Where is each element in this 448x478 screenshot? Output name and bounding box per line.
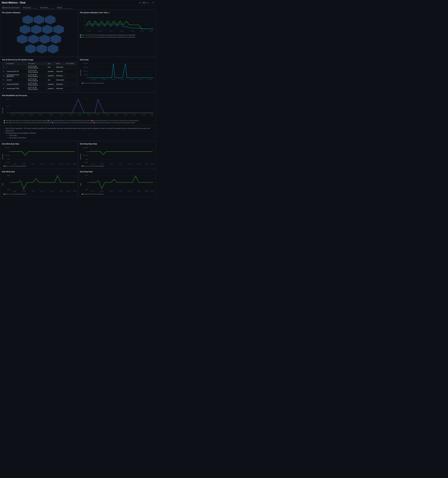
filter-deployment-environment[interactable]: deployment.environment * — [2, 6, 20, 9]
hex-row-1 — [23, 15, 56, 24]
drr-ylabel: Rate — [80, 183, 81, 186]
settings-icon[interactable]: ⌄ — [150, 2, 151, 4]
svg-text:13:14: 13:14 — [109, 30, 113, 32]
svg-text:13:06: 13:06 — [31, 163, 35, 164]
svg-text:13:06: 13:06 — [109, 190, 113, 192]
svg-text:13:10: 13:10 — [60, 114, 63, 115]
svg-text:-500 MB: -500 MB — [82, 154, 88, 156]
filter-icon[interactable]: ▼ — [152, 2, 154, 4]
dwr-svg: 200k 0 -200k 12:50 12:58 13:06 13:14 13:… — [4, 174, 76, 193]
top10-table: mountpoint host.name type device file_sy… — [2, 62, 76, 91]
svg-text:13:46: 13:46 — [151, 190, 154, 192]
svg-text:13:22: 13:22 — [50, 163, 53, 164]
disk-rw-title: Disk Read/Write by Processes — [2, 94, 154, 97]
filter-host-name[interactable]: host.name * — [40, 6, 55, 9]
drr-chart: 200k 0 -200k 12:50 12:58 13:06 13:14 13:… — [82, 174, 154, 195]
svg-text:13:30: 13:30 — [105, 114, 109, 115]
svg-text:12:58: 12:58 — [22, 190, 25, 192]
panel-disk-used: Disk Used Disk Used 200 GB 150 GB 100 GB… — [78, 57, 156, 93]
page-title: Host Metrics - Disk — [2, 1, 25, 4]
svg-text:100 GB: 100 GB — [83, 70, 88, 72]
hex-cell — [28, 35, 39, 44]
svg-text:13:46: 13:46 — [142, 114, 145, 115]
svg-text:12:58: 12:58 — [100, 163, 103, 164]
svg-text:13:38: 13:38 — [67, 163, 70, 164]
legend-dot-green — [80, 34, 81, 36]
filter-device[interactable]: device * — [57, 6, 72, 9]
filter-bar: deployment.environment * host.group * ho… — [0, 6, 156, 10]
svg-text:13:30: 13:30 — [137, 190, 140, 192]
disk-rw-chart: 4 GB 2 GB 0 B 12:50 12:54 12:58 13:02 13… — [4, 98, 154, 124]
note-item-1: Disk I/O Active Operations - This value … — [6, 127, 154, 132]
svg-text:13:30: 13:30 — [137, 163, 140, 164]
table-row: 6 /snap/snapd/17950 ip-172-31-95-39.ec2.… — [2, 86, 76, 91]
svg-text:12:50: 12:50 — [91, 163, 94, 164]
drr-svg: 200k 0 -200k 12:50 12:58 13:06 13:14 13:… — [82, 174, 154, 193]
legend-dot — [4, 194, 5, 195]
panel-fs-utilization: File System Utilization — [0, 10, 78, 57]
panel-disk-read-rate: Disk Read Rate Rate 200k 0 -200k 12:50 1… — [78, 169, 156, 197]
disk-write-byte-rate-title: Disk Write Byte Rate — [2, 143, 76, 145]
disk-rw-legend: read_bytes host.name=ip-172-31-95-39.ec2… — [4, 120, 154, 124]
refresh-icon[interactable]: ↻ — [147, 2, 149, 4]
svg-text:13:06: 13:06 — [109, 163, 113, 164]
svg-text:13:30: 13:30 — [130, 79, 133, 80]
col-device: device — [55, 62, 65, 65]
table-row: 1 / ip-172-31-95-39.ec2.internal ext4 /d… — [2, 65, 76, 69]
time-icon[interactable]: ⏱ — [139, 2, 141, 4]
hex-row-4 — [25, 44, 58, 53]
svg-text:13:14: 13:14 — [40, 190, 44, 192]
svg-text:13:14: 13:14 — [119, 163, 122, 164]
time-range[interactable]: -60m — [142, 2, 146, 4]
svg-text:13:42: 13:42 — [133, 114, 136, 115]
filter-host-group[interactable]: host.group * — [23, 6, 38, 9]
svg-text:13:06: 13:06 — [31, 190, 35, 192]
filter-label-deployment: deployment.environment — [2, 6, 19, 8]
svg-text:0 B: 0 B — [8, 151, 10, 152]
hex-cell — [39, 35, 50, 44]
disk-read-byte-rate-title: Disk Read Byte Rate — [80, 143, 154, 145]
fs-over-time-chart-wrapper: 1.5 1 0.5 0 12:58 13:06 13:14 13:22 13:3… — [80, 15, 154, 38]
hex-cell — [42, 25, 53, 34]
panel-disk-write-byte-rate: Disk Write Byte Rate Byte Rate 500 MB 0 … — [0, 141, 78, 169]
hex-cell — [53, 25, 64, 34]
panel-fs-over-time: File System Utilization Over Time ⚠ 1.5 … — [78, 10, 156, 57]
drbr-wrapper: Byte Rate 500 MB 0 B -500 MB -1 GB -1.5 … — [80, 146, 154, 167]
top-row: File System Utilization — [0, 10, 156, 57]
hex-cell — [50, 35, 61, 44]
svg-text:-500 MB: -500 MB — [5, 154, 10, 156]
legend-item-rw-5: read_bytes host.name=ip-172-31-95-39.ec2… — [52, 122, 93, 124]
legend-dot — [82, 166, 83, 167]
svg-text:0 B: 0 B — [86, 151, 88, 152]
table-row: 4 /boot/efi ip-172-31-95-39.ec2.internal… — [2, 78, 76, 82]
svg-text:12:50: 12:50 — [13, 163, 16, 164]
svg-text:13:46: 13:46 — [149, 30, 153, 32]
legend-dot — [48, 120, 49, 121]
dwbr-ylabel: Byte Rate — [2, 154, 3, 159]
svg-text:13:22: 13:22 — [128, 163, 131, 164]
hex-cell — [34, 15, 44, 24]
svg-text:12:54: 12:54 — [20, 114, 24, 115]
disk-write-rate-title: Disk Write Rate — [2, 171, 76, 173]
disk-used-svg: 200 GB 150 GB 100 GB 50 GB 0 B 12:58 13:… — [82, 62, 154, 82]
drbr-ylabel: Byte Rate — [80, 154, 81, 159]
header-controls: ⏱ -60m ↻ ⌄ ▼ — [139, 2, 154, 4]
legend-dot — [52, 122, 53, 123]
svg-text:13:22: 13:22 — [87, 114, 90, 115]
svg-text:1: 1 — [85, 20, 85, 22]
svg-text:50 GB: 50 GB — [84, 74, 88, 75]
svg-text:0 B: 0 B — [7, 112, 9, 114]
legend-item-rw-2: write_bytes host.name=ip-172-31-95-39.ec… — [48, 120, 91, 121]
note-sub-2: Active Disk I/O Operations — [9, 137, 154, 139]
disk-used-title: Disk Used — [80, 59, 154, 61]
legend-dot-cyan — [80, 37, 81, 38]
svg-text:0: 0 — [9, 182, 10, 183]
svg-text:13:14: 13:14 — [40, 163, 44, 164]
svg-text:13:14: 13:14 — [69, 114, 72, 115]
disk-used-wrapper: Disk Used 200 GB 150 GB 100 GB 50 GB 0 B… — [80, 62, 154, 84]
svg-text:500 MB: 500 MB — [5, 147, 10, 148]
svg-text:13:22: 13:22 — [121, 79, 124, 80]
note-sub-1: Free Inodes — [9, 134, 154, 137]
svg-text:13:50: 13:50 — [150, 114, 153, 115]
legend-dot-cyan — [82, 82, 83, 84]
